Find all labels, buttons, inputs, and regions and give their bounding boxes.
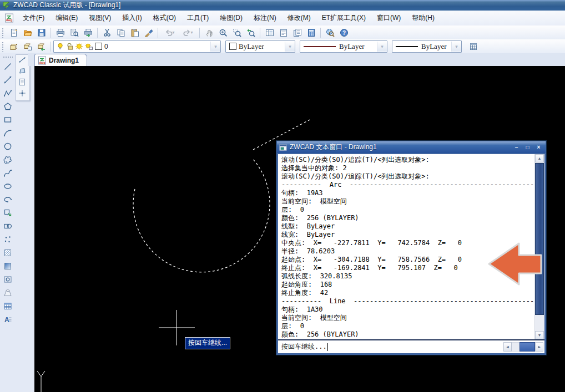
- table-button[interactable]: [1, 299, 14, 313]
- mtext-button[interactable]: A: [1, 313, 14, 326]
- minimize-button[interactable]: –: [512, 143, 521, 151]
- plot-button[interactable]: [81, 26, 95, 39]
- ellipse-arc-button[interactable]: [1, 193, 14, 206]
- construction-line-button[interactable]: [1, 73, 14, 86]
- distance-button[interactable]: [17, 55, 29, 66]
- tool-palettes-button[interactable]: [290, 26, 304, 39]
- layer-states-button[interactable]: [21, 40, 34, 53]
- print-preview-button[interactable]: [67, 26, 81, 39]
- menu-window[interactable]: 窗口(W): [371, 11, 406, 26]
- dropdown-caret-icon[interactable]: ▾: [172, 30, 174, 35]
- list-button[interactable]: [17, 77, 29, 88]
- spline-button[interactable]: [1, 166, 14, 180]
- scroll-right-icon[interactable]: ▶: [535, 342, 543, 352]
- scroll-down-icon[interactable]: ▼: [535, 331, 544, 339]
- menu-express-tools[interactable]: ET扩展工具(X): [316, 11, 371, 26]
- layer-viewport-thaw-icon[interactable]: [84, 42, 93, 50]
- close-button[interactable]: ×: [534, 143, 543, 151]
- horizontal-scrollbar-track[interactable]: [512, 342, 519, 352]
- tab-drawing1[interactable]: dwg Drawing1: [34, 54, 87, 66]
- layer-unlock-icon[interactable]: [65, 42, 74, 50]
- pan-button[interactable]: [202, 26, 216, 39]
- menu-view[interactable]: 视图(V): [83, 11, 117, 26]
- wipeout-button[interactable]: [1, 286, 14, 299]
- properties-button[interactable]: [276, 26, 290, 39]
- insert-block-icon: [3, 208, 12, 217]
- zoom-previous-button[interactable]: [244, 26, 258, 39]
- color-combo[interactable]: ByLayer ▾: [225, 40, 295, 53]
- revision-cloud-button[interactable]: [1, 153, 14, 166]
- scroll-left-icon[interactable]: ◀: [503, 342, 512, 352]
- toolbar-grip[interactable]: [3, 56, 13, 59]
- hatch-button[interactable]: [1, 246, 14, 259]
- color-combo-dropdown-icon[interactable]: ▾: [285, 42, 295, 52]
- design-center-button[interactable]: [263, 26, 276, 39]
- menu-modify[interactable]: 修改(M): [282, 11, 316, 26]
- make-block-button[interactable]: [1, 220, 14, 233]
- construction-line-icon: [3, 75, 12, 84]
- dwg-tab-icon: dwg: [38, 56, 47, 65]
- polyline-icon: [3, 89, 12, 98]
- line-button[interactable]: [1, 60, 14, 73]
- vertical-scrollbar-thumb[interactable]: [535, 163, 544, 315]
- help-button[interactable]: ?: [337, 26, 351, 39]
- menu-format[interactable]: 格式(O): [148, 11, 181, 26]
- lineweight-combo-dropdown-icon[interactable]: ▾: [451, 42, 461, 52]
- circle-button[interactable]: [1, 140, 14, 153]
- gradient-button[interactable]: [1, 259, 14, 273]
- area-button[interactable]: [17, 66, 29, 77]
- region-button[interactable]: [1, 273, 14, 286]
- layer-properties-button[interactable]: [7, 40, 21, 53]
- point-button[interactable]: [1, 233, 14, 246]
- new-icon: [9, 28, 18, 37]
- copy-button[interactable]: [114, 26, 128, 39]
- zoom-window-button[interactable]: [230, 26, 244, 39]
- menu-edit[interactable]: 编辑(E): [50, 11, 83, 26]
- quick-properties-button[interactable]: [466, 40, 480, 53]
- command-prompt-row[interactable]: 按回车继续... ◀ ▶: [278, 339, 544, 353]
- menu-tools[interactable]: 工具(T): [181, 11, 214, 26]
- match-properties-button[interactable]: [142, 26, 155, 39]
- quick-calc-button[interactable]: [304, 26, 318, 39]
- linetype-combo-dropdown-icon[interactable]: ▾: [377, 42, 387, 52]
- ellipse-button[interactable]: [1, 180, 14, 193]
- layer-thaw-sun-icon[interactable]: [75, 42, 83, 50]
- scroll-up-icon[interactable]: ▲: [535, 154, 544, 162]
- new-button[interactable]: [7, 26, 21, 39]
- locate-point-button[interactable]: [17, 88, 29, 99]
- print-preview-icon: [70, 28, 79, 37]
- horizontal-scrollbar-thumb[interactable]: [519, 342, 535, 352]
- find-button[interactable]: [323, 26, 337, 39]
- menu-insert[interactable]: 插入(I): [117, 11, 147, 26]
- polygon-button[interactable]: [1, 100, 14, 113]
- menu-help[interactable]: 帮助(H): [406, 11, 440, 26]
- rectangle-button[interactable]: [1, 113, 14, 126]
- lineweight-combo[interactable]: ByLayer ▾: [392, 40, 462, 53]
- polyline-button[interactable]: [1, 86, 14, 100]
- layer-on-bulb-icon[interactable]: [56, 42, 64, 50]
- toolbar-grip[interactable]: [2, 42, 4, 52]
- redo-button[interactable]: ▾: [179, 26, 197, 39]
- menu-dimension[interactable]: 标注(N): [248, 11, 282, 26]
- paste-button[interactable]: [128, 26, 142, 39]
- undo-button[interactable]: ▾: [160, 26, 179, 39]
- arc-button[interactable]: [1, 126, 14, 140]
- zoom-realtime-button[interactable]: [216, 26, 230, 39]
- linetype-combo[interactable]: ByLayer ▾: [300, 40, 387, 53]
- toolbar-grip[interactable]: [2, 28, 4, 38]
- open-button[interactable]: [21, 26, 34, 39]
- insert-block-button[interactable]: [1, 206, 14, 220]
- layer-combo[interactable]: 0 ▾: [53, 40, 221, 53]
- layer-previous-button[interactable]: [34, 40, 48, 53]
- menu-draw[interactable]: 绘图(D): [214, 11, 248, 26]
- horizontal-scrollbar[interactable]: ◀ ▶: [503, 342, 543, 352]
- print-button[interactable]: [53, 26, 67, 39]
- dropdown-caret-icon[interactable]: ▾: [190, 30, 193, 35]
- cut-button[interactable]: [100, 26, 114, 39]
- text-window-title-bar[interactable]: ZWCAD 文本窗口 - Drawing1 – □ ×: [277, 141, 546, 153]
- layer-combo-dropdown-icon[interactable]: ▾: [210, 42, 220, 52]
- save-button[interactable]: [34, 26, 48, 39]
- maximize-button[interactable]: □: [523, 143, 532, 151]
- layer-color-swatch[interactable]: [95, 43, 102, 50]
- menu-file[interactable]: 文件(F): [17, 11, 50, 26]
